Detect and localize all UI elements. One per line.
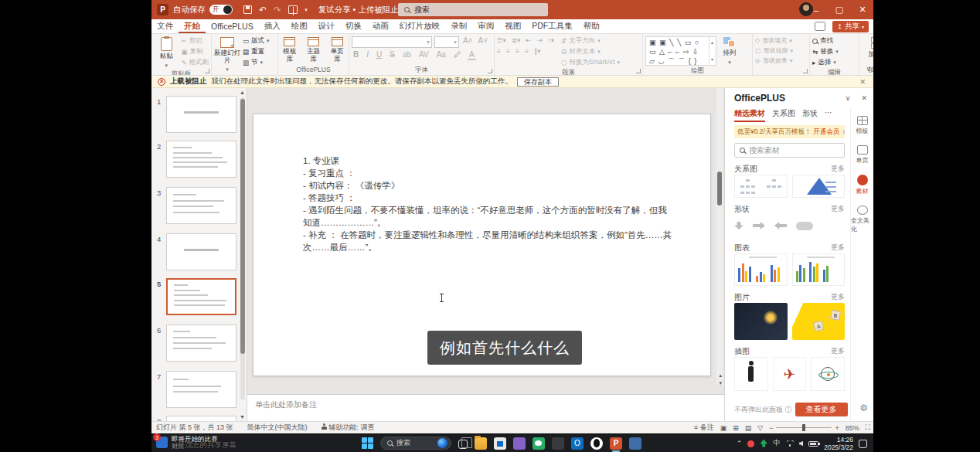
- thumbnail-slide-4[interactable]: 4: [151, 233, 247, 272]
- side-tab-assets[interactable]: 素材: [856, 175, 869, 195]
- font-dialog-launcher-icon[interactable]: [488, 69, 492, 73]
- qq-icon[interactable]: [590, 437, 603, 450]
- text-direction-button[interactable]: ⇵文字方向▾: [561, 36, 620, 46]
- tab-more[interactable]: ⋯: [825, 108, 832, 122]
- slide-5-preview[interactable]: [166, 278, 236, 315]
- down-arrow-shape[interactable]: [734, 222, 744, 229]
- microsoft-store-icon[interactable]: [494, 437, 506, 450]
- reset-button[interactable]: ▤重置: [243, 47, 270, 56]
- tray-app-icon-green[interactable]: [760, 440, 767, 447]
- editor-scrollbar[interactable]: [716, 88, 723, 385]
- underline-button[interactable]: U: [375, 50, 383, 60]
- banner-close-icon[interactable]: ✕: [859, 78, 866, 86]
- illustration-airplane-thumbnail[interactable]: ✈: [773, 357, 807, 391]
- font-color-button[interactable]: A: [468, 50, 476, 60]
- slide-1-preview[interactable]: [166, 96, 236, 133]
- tab-draw[interactable]: 绘图: [286, 19, 313, 33]
- open-membership-link[interactable]: 开通会员: [813, 127, 839, 137]
- slide-sorter-view-icon[interactable]: ⊞: [733, 424, 739, 432]
- search-box[interactable]: 搜索: [398, 3, 548, 16]
- shapes-more-link[interactable]: 更多: [831, 204, 845, 215]
- outlook-icon[interactable]: O: [571, 437, 584, 450]
- panel-close-icon[interactable]: ✕: [861, 94, 867, 102]
- dismiss-panel-link[interactable]: 不再弹出此面板 ⓘ: [734, 405, 792, 415]
- notes-pane[interactable]: 单击此处添加备注: [247, 394, 724, 421]
- undo-icon[interactable]: ↶: [259, 5, 267, 15]
- illustrations-more-link[interactable]: 更多: [831, 346, 845, 357]
- slide-4-preview[interactable]: [166, 233, 236, 270]
- italic-button[interactable]: I: [365, 50, 370, 60]
- tab-transitions[interactable]: 切换: [340, 19, 367, 33]
- justify-button[interactable]: ≡: [525, 47, 529, 55]
- shape-gallery[interactable]: ▣ ▣ ╲ ╲ ▭ ○ ▭ △ ⌐ ⌐ ⇨ ⇩ ▱ ◡ ⌒ ⌒ { } ▴▾: [645, 36, 716, 66]
- page-library-button[interactable]: 单页库: [328, 36, 346, 63]
- bar-chart-thumbnail[interactable]: [734, 253, 788, 286]
- language-indicator[interactable]: 简体中文(中国大陆): [247, 423, 308, 433]
- taskbar-search[interactable]: 搜索: [380, 437, 451, 450]
- thumbnail-slide-6[interactable]: 6: [151, 325, 247, 363]
- charts-more-link[interactable]: 更多: [831, 243, 845, 253]
- start-button[interactable]: [362, 437, 373, 449]
- tab-featured-assets[interactable]: 精选素材: [734, 108, 765, 122]
- character-spacing-button[interactable]: AV: [417, 50, 430, 60]
- settings-gear-icon[interactable]: ⚙: [859, 403, 868, 413]
- decrease-indent-button[interactable]: ⇤: [526, 36, 531, 44]
- section-button[interactable]: ▥节▾: [243, 58, 270, 67]
- promo-close-icon[interactable]: ✕: [842, 128, 845, 136]
- zoom-level[interactable]: 85%: [846, 424, 859, 432]
- rounded-rectangle-shape[interactable]: [796, 222, 813, 230]
- panel-collapse-icon[interactable]: ∨: [846, 94, 851, 102]
- align-right-button[interactable]: ≡: [516, 47, 519, 55]
- clipboard-dialog-launcher-icon[interactable]: [205, 69, 209, 73]
- normal-view-icon[interactable]: ▣: [720, 424, 727, 432]
- view-more-button[interactable]: 查看更多: [795, 403, 848, 416]
- tab-relation-diagrams[interactable]: 关系图: [772, 108, 795, 122]
- qat-customize-icon[interactable]: ▾: [305, 7, 308, 13]
- tab-slideshow[interactable]: 幻灯片放映: [394, 19, 446, 33]
- change-case-button[interactable]: Aa: [435, 50, 447, 60]
- touch-mouse-mode-icon[interactable]: [288, 5, 298, 14]
- illustration-science-thumbnail[interactable]: [811, 357, 845, 391]
- save-copy-button[interactable]: 保存副本: [517, 77, 559, 87]
- shape-styles-dialog-launcher-icon[interactable]: [803, 69, 808, 73]
- shape-fill-button[interactable]: ◇形状填充▾: [755, 36, 793, 45]
- accessibility-status[interactable]: 辅助功能: 调查: [322, 423, 375, 433]
- tab-insert[interactable]: 插入: [259, 19, 286, 33]
- highlight-color-button[interactable]: 🖉: [452, 50, 463, 60]
- relations-more-link[interactable]: 更多: [831, 164, 845, 175]
- thumbnail-slide-8[interactable]: 8: [151, 416, 247, 421]
- slide-text-block[interactable]: 1. 专业课 - 复习重点 ： - 初试内容： 《遗传学》 - 答题技巧 ： -…: [303, 155, 674, 253]
- bold-button[interactable]: B: [352, 50, 360, 60]
- shape-gallery-scrollbar[interactable]: ▴▾: [709, 37, 716, 65]
- right-arrow-shape[interactable]: [753, 222, 765, 229]
- paste-button[interactable]: 粘贴▾: [154, 36, 179, 69]
- zoom-in-icon[interactable]: +: [835, 424, 839, 432]
- slideshow-view-icon[interactable]: ▽: [757, 424, 763, 432]
- numbering-button[interactable]: ≣▾: [512, 36, 520, 44]
- align-text-button[interactable]: ⊟对齐文本▾: [561, 47, 620, 56]
- bullets-button[interactable]: ☰▾: [497, 36, 506, 44]
- new-slide-button[interactable]: 新建幻灯片▾: [214, 36, 240, 73]
- thumbnails-scrollbar[interactable]: [240, 97, 245, 400]
- convert-smartart-button[interactable]: ⬡转换为SmartArt▾: [561, 58, 620, 67]
- replace-button[interactable]: ⇆替换▾: [812, 47, 839, 56]
- tab-help[interactable]: 帮助: [578, 19, 605, 33]
- 3d-bar-chart-thumbnail[interactable]: [792, 253, 846, 286]
- tray-app-icon-red[interactable]: [747, 440, 754, 447]
- tab-review[interactable]: 审阅: [472, 19, 499, 33]
- share-button[interactable]: ↥共享▾: [832, 21, 869, 32]
- shape-outline-button[interactable]: ▢形状轮廓▾: [755, 46, 793, 55]
- layout-button[interactable]: ▭版式▾: [243, 36, 270, 46]
- line-spacing-button[interactable]: ↕▾: [548, 36, 555, 44]
- arrange-button[interactable]: 排列▾: [719, 36, 740, 66]
- task-view-icon[interactable]: [458, 440, 468, 449]
- text-shadow-button[interactable]: ab: [401, 50, 413, 60]
- cut-button[interactable]: ✂剪切: [181, 36, 209, 46]
- addins-button[interactable]: 加载项: [865, 36, 873, 59]
- powerpoint-taskbar-icon[interactable]: P: [610, 437, 622, 450]
- fit-to-window-icon[interactable]: ⛶: [866, 423, 870, 432]
- battery-icon[interactable]: [808, 441, 818, 447]
- maximize-button[interactable]: ▢: [829, 0, 850, 19]
- select-button[interactable]: ▸选择▾: [812, 58, 839, 67]
- redo-icon[interactable]: ↷: [274, 5, 281, 15]
